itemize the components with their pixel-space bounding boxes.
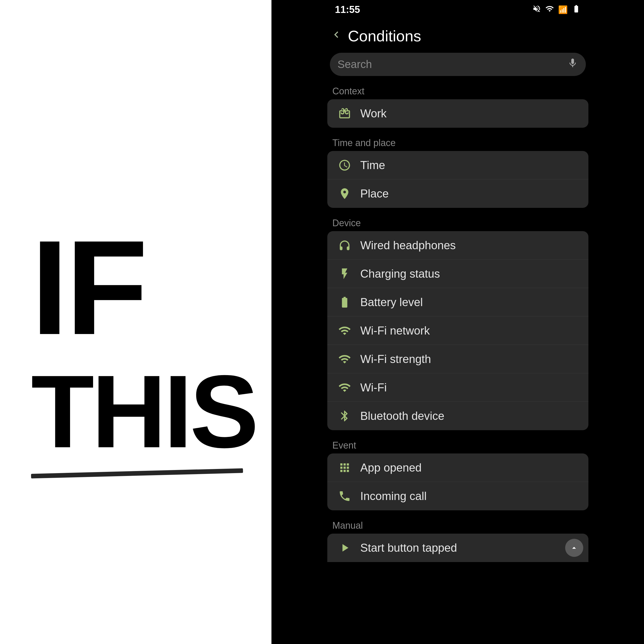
left-panel: IF THIS [0,0,271,644]
this-label: THIS [31,360,256,463]
back-button[interactable] [330,28,343,44]
phone-icon [336,488,353,505]
search-placeholder: Search [338,58,567,71]
signal-icon: 📶 [558,5,568,14]
wifi-label: Wi-Fi [360,381,387,394]
app-opened-label: App opened [360,461,422,474]
charging-status-item[interactable]: Charging status [327,260,588,288]
bolt-icon [336,265,353,282]
bluetooth-device-label: Bluetooth device [360,410,444,422]
battery-level-item[interactable]: Battery level [327,288,588,316]
work-item[interactable]: Work [327,99,588,128]
device-group: Wired headphones Charging status [327,231,588,430]
wifi-strength-icon [336,351,353,367]
wifi-network-label: Wi-Fi network [360,324,430,337]
phone-screen: 11:55 📶 [322,0,594,644]
event-group: App opened Incoming call [327,453,588,510]
underline-decoration [31,468,243,478]
time-place-group: Time Place [327,151,588,208]
place-label: Place [360,187,389,200]
mic-icon[interactable] [567,58,578,71]
battery-icon [336,294,353,310]
wired-headphones-item[interactable]: Wired headphones [327,231,588,260]
mute-icon [532,4,541,15]
bluetooth-icon [336,408,353,425]
place-icon [336,185,353,202]
time-label: Time [360,159,385,172]
work-label: Work [360,107,387,120]
place-item[interactable]: Place [327,179,588,208]
wired-headphones-label: Wired headphones [360,239,456,252]
wifi-network-item[interactable]: Wi-Fi network [327,316,588,345]
right-panel: 11:55 📶 [271,0,644,644]
battery-level-label: Battery level [360,296,423,309]
search-bar[interactable]: Search [330,53,586,76]
incoming-call-label: Incoming call [360,490,427,503]
section-time-place-label: Time and place [322,133,594,151]
section-context-label: Context [322,81,594,99]
wifi-network-icon [336,322,353,339]
if-label: IF [31,220,145,355]
wifi-icon [336,379,353,396]
scroll-up-button[interactable] [565,539,583,557]
start-button-label: Start button tapped [360,541,457,554]
header: Conditions [322,19,594,50]
bluetooth-device-item[interactable]: Bluetooth device [327,402,588,430]
manual-group: Start button tapped [327,534,588,562]
section-event-label: Event [322,435,594,453]
app-opened-item[interactable]: App opened [327,453,588,482]
wifi-strength-item[interactable]: Wi-Fi strength [327,345,588,373]
wifi-status-icon [545,4,554,15]
section-device-label: Device [322,213,594,231]
time-item[interactable]: Time [327,151,588,179]
headphones-icon [336,237,353,254]
wifi-item[interactable]: Wi-Fi [327,373,588,402]
battery-status-icon [572,4,581,15]
status-bar: 11:55 📶 [322,0,594,19]
status-icons: 📶 [532,4,581,15]
play-icon [336,540,353,556]
apps-icon [336,459,353,476]
wifi-strength-label: Wi-Fi strength [360,353,431,366]
scroll-content[interactable]: Context Work Time and place [322,81,594,644]
start-button-item[interactable]: Start button tapped [327,534,588,562]
status-time: 11:55 [335,4,360,15]
section-manual-label: Manual [322,516,594,534]
charging-status-label: Charging status [360,267,440,280]
incoming-call-item[interactable]: Incoming call [327,482,588,510]
clock-icon [336,157,353,173]
context-group: Work [327,99,588,128]
page-title: Conditions [348,27,421,45]
briefcase-icon [336,105,353,122]
